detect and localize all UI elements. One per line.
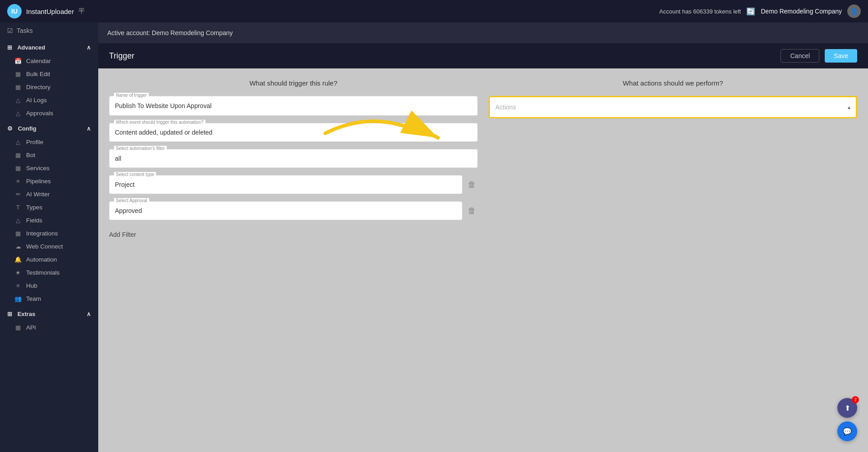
name-field: Name of trigger: [109, 96, 478, 116]
grid-icon: ⊞: [7, 44, 12, 51]
sidebar-item-label: Directory: [26, 84, 50, 90]
services-icon: ▦: [14, 165, 22, 172]
sidebar-item-label: Team: [26, 295, 41, 302]
sidebar-item-label: AI Writer: [26, 191, 50, 198]
delete-approval-button[interactable]: 🗑: [466, 204, 478, 217]
section-label-extras: Extras: [18, 311, 36, 317]
pin-icon[interactable]: 平: [78, 7, 85, 15]
sidebar-item-web-connect[interactable]: ☁ Web Connect: [0, 240, 98, 253]
approvals-icon: △: [14, 110, 22, 117]
logo-icon: IU: [7, 4, 22, 18]
team-icon: 👥: [14, 295, 22, 302]
sidebar-item-label: Types: [26, 204, 42, 211]
chevron-up-icon: ∧: [87, 311, 91, 317]
sidebar-item-types[interactable]: T Types: [0, 201, 98, 214]
chat-bubble[interactable]: 💬: [837, 421, 857, 441]
account-tokens: Account has 606339 tokens left: [659, 8, 741, 15]
types-icon: T: [14, 204, 22, 211]
sidebar-section-advanced: ⊞ Advanced ∧ 📅 Calendar ▦ Bulk Edit ▦ Di…: [0, 41, 98, 120]
header-right: Account has 606339 tokens left 🔄 Demo Re…: [659, 5, 861, 18]
chat-icon: 💬: [843, 427, 852, 436]
refresh-icon[interactable]: 🔄: [746, 7, 755, 16]
sidebar-item-testimonials[interactable]: ★ Testimonials: [0, 266, 98, 279]
fields-icon: △: [14, 217, 22, 224]
account-bar-text: Active account: Demo Remodeling Company: [107, 29, 233, 36]
section-header-config[interactable]: ⚙ Config ∧: [0, 122, 98, 136]
header-left: IU InstantUploader 平: [7, 4, 85, 18]
filter-field: Select automation's filter all: [109, 149, 478, 168]
sidebar-item-directory[interactable]: ▦ Directory: [0, 81, 98, 94]
bulk-edit-icon: ▦: [14, 71, 22, 77]
filter-field-label: Select automation's filter: [114, 146, 167, 151]
sidebar-item-calendar[interactable]: 📅 Calendar: [0, 54, 98, 68]
testimonials-icon: ★: [14, 269, 22, 276]
sidebar-item-label: API: [26, 324, 36, 331]
sidebar-item-profile[interactable]: △ Profile: [0, 136, 98, 149]
sidebar-item-label: Profile: [26, 139, 43, 145]
web-connect-icon: ☁: [14, 243, 22, 250]
top-header: IU InstantUploader 平 Account has 606339 …: [0, 0, 868, 23]
section-header-extras[interactable]: ⊞ Extras ∧: [0, 307, 98, 321]
trigger-actions: Cancel Save: [781, 49, 857, 63]
main-layout: ☑ Tasks ⊞ Advanced ∧ 📅 Calendar ▦ Bulk E…: [0, 23, 868, 452]
section-header-advanced[interactable]: ⊞ Advanced ∧: [0, 41, 98, 54]
trigger-right-panel: What actions should we perform? Actions …: [489, 79, 857, 441]
sidebar: ☑ Tasks ⊞ Advanced ∧ 📅 Calendar ▦ Bulk E…: [0, 23, 98, 452]
checkbox-icon: ☑: [7, 27, 13, 34]
sidebar-item-ai-writer[interactable]: ✏ AI Writer: [0, 188, 98, 201]
avatar[interactable]: 👤: [847, 5, 861, 18]
gear-icon: ⚙: [7, 125, 13, 132]
filter-select[interactable]: all: [110, 149, 477, 167]
actions-dropdown[interactable]: Actions ▴: [489, 96, 857, 118]
sidebar-item-automation[interactable]: 🔔 Automation: [0, 253, 98, 266]
actions-placeholder: Actions: [495, 104, 516, 111]
scroll-top-button[interactable]: ⬆ 7: [837, 398, 857, 418]
sidebar-item-services[interactable]: ▦ Services: [0, 162, 98, 175]
sidebar-item-label: Fields: [26, 217, 42, 224]
profile-icon: △: [14, 139, 22, 145]
sidebar-item-ai-logs[interactable]: △ AI Logs: [0, 94, 98, 107]
content-type-label: Select content type: [114, 172, 156, 177]
directory-icon: ▦: [14, 84, 22, 90]
sidebar-item-api[interactable]: ▦ API: [0, 321, 98, 334]
sidebar-item-tasks[interactable]: ☑ Tasks: [0, 23, 98, 39]
cancel-button[interactable]: Cancel: [781, 49, 819, 63]
app-name: InstantUploader: [26, 8, 74, 15]
chevron-up-icon: ∧: [87, 125, 91, 132]
name-input[interactable]: [115, 102, 472, 109]
approval-select[interactable]: Approved: [110, 202, 462, 220]
delete-content-type-button[interactable]: 🗑: [466, 178, 478, 191]
sidebar-item-bot[interactable]: ▦ Bot: [0, 149, 98, 162]
sidebar-item-approvals[interactable]: △ Approvals: [0, 107, 98, 120]
sidebar-item-integrations[interactable]: ▦ Integrations: [0, 227, 98, 240]
sidebar-item-fields[interactable]: △ Fields: [0, 214, 98, 227]
hub-icon: ≡: [14, 282, 22, 289]
sidebar-item-hub[interactable]: ≡ Hub: [0, 279, 98, 292]
sidebar-section-config: ⚙ Config ∧ △ Profile ▦ Bot ▦ Services ≡ …: [0, 122, 98, 305]
sidebar-item-label: Approvals: [26, 110, 53, 117]
sidebar-item-pipelines[interactable]: ≡ Pipelines: [0, 175, 98, 188]
event-field-label: Which event should trigger this automati…: [114, 120, 206, 125]
sidebar-item-team[interactable]: 👥 Team: [0, 292, 98, 305]
sidebar-item-bulk-edit[interactable]: ▦ Bulk Edit: [0, 68, 98, 81]
save-button[interactable]: Save: [825, 49, 857, 63]
sidebar-item-label: Testimonials: [26, 269, 59, 276]
extras-icon: ⊞: [7, 311, 12, 317]
event-select[interactable]: Content added, updated or deleted: [110, 123, 477, 141]
trigger-title: Trigger: [109, 51, 134, 61]
trigger-header: Trigger Cancel Save: [98, 43, 868, 68]
sidebar-item-label: Bulk Edit: [26, 71, 50, 77]
api-icon: ▦: [14, 324, 22, 331]
sidebar-item-label: Hub: [26, 282, 37, 289]
add-filter-button[interactable]: Add Filter: [109, 227, 136, 242]
sidebar-item-label: Services: [26, 165, 50, 172]
event-field: Which event should trigger this automati…: [109, 123, 478, 142]
ai-logs-icon: △: [14, 97, 22, 104]
section-label-advanced: Advanced: [17, 44, 45, 51]
right-panel-title: What actions should we perform?: [489, 79, 857, 87]
approval-row: Select Approval Approved 🗑: [109, 201, 478, 220]
content-type-select[interactable]: Project: [110, 176, 462, 194]
sidebar-item-label: Integrations: [26, 230, 58, 237]
approval-field-label: Select Approval: [114, 198, 149, 203]
pipelines-icon: ≡: [14, 178, 22, 185]
